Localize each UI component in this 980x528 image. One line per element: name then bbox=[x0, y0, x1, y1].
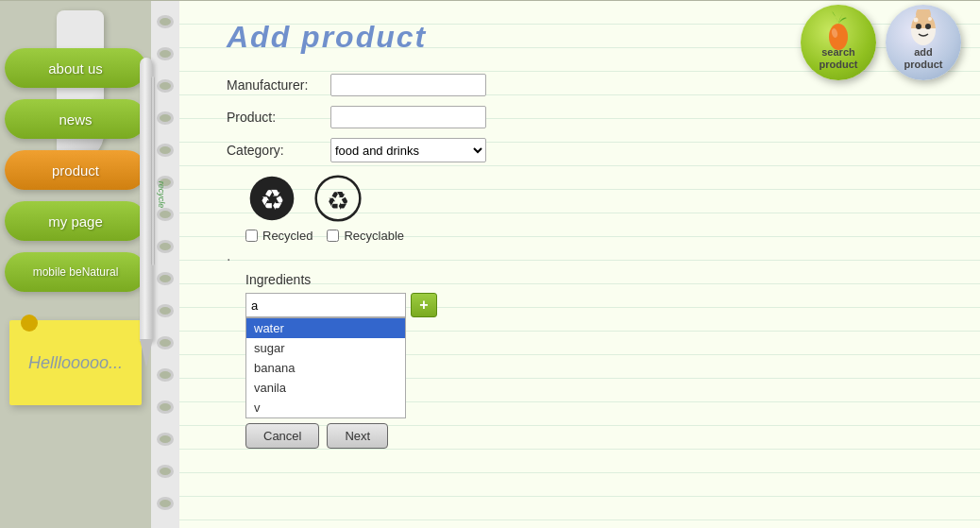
svg-point-7 bbox=[928, 17, 932, 21]
checkbox-row: Recycled Recyclable bbox=[245, 229, 952, 243]
nav-buttons: about us news product my page mobile beN… bbox=[5, 48, 146, 292]
svg-text:♻: ♻ bbox=[327, 186, 349, 214]
suggestion-vanila[interactable]: vanila bbox=[246, 378, 405, 398]
product-label: Product: bbox=[227, 110, 321, 125]
category-label: Category: bbox=[227, 143, 321, 158]
svg-point-5 bbox=[925, 24, 931, 29]
spiral-hole bbox=[157, 433, 174, 446]
suggestion-banana[interactable]: banana bbox=[246, 358, 405, 378]
ingredients-section: Ingredients + water sugar banana vanila … bbox=[245, 272, 952, 449]
recyclable-checkbox-item: Recyclable bbox=[327, 229, 404, 243]
ingredients-input[interactable] bbox=[245, 293, 406, 317]
mushroom-icon bbox=[904, 9, 942, 49]
spiral-hole bbox=[157, 400, 174, 414]
product-input[interactable] bbox=[330, 106, 486, 128]
add-product-label: add product bbox=[904, 46, 943, 71]
category-row: Category: food and drinks personal care … bbox=[227, 138, 952, 162]
svg-text:♻: ♻ bbox=[259, 183, 284, 214]
pen-clip bbox=[151, 77, 155, 265]
add-ingredient-button[interactable]: + bbox=[411, 293, 437, 317]
ingredients-label: Ingredients bbox=[245, 272, 952, 287]
sidebar-item-mobile-benatural[interactable]: mobile beNatural bbox=[5, 252, 146, 292]
suggestion-water[interactable]: water bbox=[246, 318, 405, 338]
search-product-button[interactable]: search product bbox=[801, 5, 876, 80]
sidebar: about us news product my page mobile beN… bbox=[0, 1, 151, 528]
suggestion-sugar[interactable]: sugar bbox=[246, 338, 405, 358]
sidebar-item-news[interactable]: news bbox=[5, 99, 146, 139]
spiral-hole bbox=[157, 465, 174, 478]
pen-label: recycle bbox=[157, 181, 166, 209]
recycled-icon: ♻ bbox=[245, 172, 297, 224]
manufacturer-input[interactable] bbox=[330, 74, 486, 96]
sticky-note: Helllooooo... bbox=[9, 320, 142, 405]
main-wrapper: search product add product bbox=[0, 0, 980, 528]
svg-point-4 bbox=[916, 24, 921, 29]
recycle-icons: ♻ ♻ bbox=[245, 172, 952, 224]
suggestions-dropdown: water sugar banana vanila v bbox=[245, 317, 406, 418]
product-row: Product: bbox=[227, 106, 952, 128]
next-button[interactable]: Next bbox=[327, 423, 388, 449]
pen-decoration: recycle bbox=[132, 58, 161, 398]
top-right-icons: search product add product bbox=[801, 5, 961, 80]
svg-point-6 bbox=[914, 18, 919, 23]
recyclable-icon: ♻ bbox=[312, 172, 363, 224]
recyclable-checkbox-label: Recyclable bbox=[344, 229, 404, 243]
spiral-hole bbox=[157, 497, 174, 510]
category-select[interactable]: food and drinks personal care household … bbox=[330, 138, 486, 162]
separator-dot: . bbox=[227, 247, 952, 264]
recycled-checkbox-item: Recycled bbox=[245, 229, 313, 243]
spiral-hole bbox=[157, 15, 174, 28]
recycled-symbol: ♻ bbox=[248, 175, 296, 222]
cancel-button[interactable]: Cancel bbox=[245, 423, 319, 449]
sidebar-item-about-us[interactable]: about us bbox=[5, 48, 146, 88]
action-buttons: Cancel Next bbox=[245, 423, 952, 449]
recycled-checkbox[interactable] bbox=[245, 230, 258, 242]
svg-point-0 bbox=[829, 24, 848, 50]
recycled-checkbox-label: Recycled bbox=[262, 229, 313, 243]
suggestion-v[interactable]: v bbox=[246, 398, 405, 417]
add-product-form: Manufacturer: Product: Category: food an… bbox=[227, 74, 952, 449]
ingredients-input-row: + bbox=[245, 293, 952, 317]
recyclable-symbol: ♻ bbox=[314, 175, 362, 222]
sidebar-item-product[interactable]: product bbox=[5, 150, 146, 190]
recyclable-checkbox[interactable] bbox=[327, 230, 339, 242]
carrot-icon bbox=[820, 10, 856, 53]
add-product-button[interactable]: add product bbox=[886, 5, 961, 80]
manufacturer-label: Manufacturer: bbox=[227, 77, 321, 93]
pen-tip bbox=[140, 339, 153, 367]
sticky-note-text: Helllooooo... bbox=[28, 353, 123, 373]
sidebar-item-my-page[interactable]: my page bbox=[5, 201, 146, 241]
